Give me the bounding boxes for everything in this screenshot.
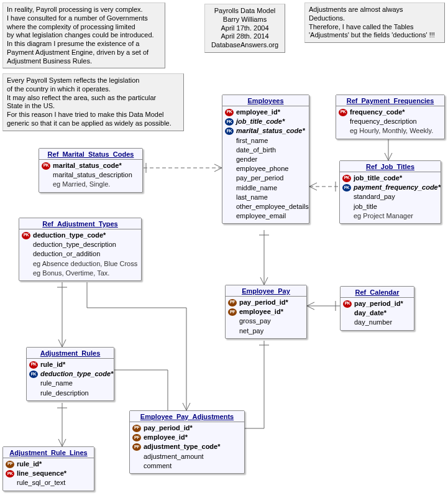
attribute-row: FKpayment_frequency_code*	[342, 183, 438, 192]
no-key-icon	[339, 118, 347, 126]
fk-key-icon: FK	[342, 184, 351, 192]
attribute-row: marital_status_description	[42, 170, 140, 180]
attribute-name: employee_id*	[239, 308, 283, 316]
attribute-name: net_pay	[239, 327, 263, 335]
attribute-row: rule_sql_or_text	[6, 478, 91, 487]
entity-ref-calendar[interactable]: Ref_Calendar PKpay_period_id*day_date*da…	[340, 286, 414, 331]
no-key-icon	[225, 137, 234, 144]
attribute-name: job_title_code*	[354, 174, 402, 182]
no-key-icon	[42, 181, 50, 188]
attribute-row: PKfrequency_code*	[339, 108, 442, 117]
note-line: Every Payroll System reflects the legisl…	[7, 76, 180, 85]
attribute-row: day_date*	[343, 308, 411, 318]
attribute-row: PFpay_period_id*	[228, 298, 304, 307]
attribute-row: eg Married, Single.	[42, 180, 140, 189]
attribute-name: rule_name	[40, 379, 73, 387]
attribute-row: gender	[225, 155, 306, 164]
attribute-row: eg Project Manager	[342, 211, 438, 221]
entity-employees[interactable]: Employees PKemployee_id*FKjob_title_code…	[222, 95, 309, 224]
note-reality: In reality, Payroll processing is very c…	[2, 2, 165, 68]
no-key-icon	[22, 251, 30, 258]
fk-key-icon: FK	[225, 127, 234, 135]
pf-key-icon: PF	[228, 299, 237, 307]
attribute-row: gross_pay	[228, 316, 304, 326]
attribute-name: middle_name	[236, 184, 277, 192]
attribute-row: FKmarital_status_code*	[225, 126, 306, 136]
entity-attrs: PKemployee_id*FKjob_title_code*FKmarital…	[222, 106, 309, 223]
entity-ref-job-titles[interactable]: Ref_Job_Titles PKjob_title_code*FKpaymen…	[339, 160, 441, 224]
no-key-icon	[342, 193, 351, 201]
attribute-name: frequency_description	[350, 118, 417, 126]
pk-key-icon: PK	[343, 300, 352, 308]
attribute-row: PFpay_period_id*	[132, 423, 242, 433]
no-key-icon	[225, 184, 234, 192]
no-key-icon	[342, 212, 351, 219]
entity-ref-marital-status-codes[interactable]: Ref_Marital_Status_Codes PKmarital_statu…	[39, 148, 143, 193]
no-key-icon	[228, 327, 237, 335]
attribute-name: adjustment_amount	[144, 453, 204, 461]
attribute-name: pay_per_period	[236, 174, 283, 182]
note-line: April 17th. 2004	[209, 24, 281, 33]
attribute-name: payment_frequency_code*	[354, 183, 441, 192]
attribute-row: last_name	[225, 193, 306, 202]
pf-key-icon: PF	[132, 443, 141, 451]
attribute-name: pay_period_id*	[239, 298, 288, 307]
entity-attrs: PKpay_period_id*day_date*day_number	[341, 298, 414, 330]
entity-employee-pay[interactable]: Employee_Pay PFpay_period_id*PFemployee_…	[225, 285, 307, 339]
attribute-row: PKjob_title_code*	[342, 173, 438, 183]
pk-key-icon: PK	[342, 175, 351, 182]
attribute-name: standard_pay	[354, 193, 395, 201]
attribute-row: deduction_or_addition	[22, 249, 139, 259]
note-line: DatabaseAnswers.org	[209, 41, 281, 50]
note-header: Payrolls Data Model Barry Williams April…	[204, 4, 285, 53]
entity-attrs: PKdeduction_type_code*deduction_type_des…	[19, 229, 141, 280]
note-line: generic so that it can be applied as wid…	[7, 119, 180, 128]
attribute-row: eg Bonus, Overtime, Tax.	[22, 269, 139, 278]
attribute-row: employee_email	[225, 211, 306, 221]
attribute-name: eg Bonus, Overtime, Tax.	[33, 269, 109, 277]
entity-title: Ref_Job_Titles	[340, 161, 441, 172]
no-key-icon	[42, 172, 50, 179]
entity-title: Ref_Marital_Status_Codes	[39, 149, 142, 160]
entity-ref-adjustment-types[interactable]: Ref_Adjustment_Types PKdeduction_type_co…	[19, 218, 142, 281]
entity-title: Ref_Calendar	[341, 287, 414, 298]
no-key-icon	[22, 269, 30, 277]
pf-key-icon: PF	[228, 308, 237, 316]
no-key-icon	[22, 241, 30, 249]
attribute-name: first_name	[236, 137, 268, 145]
attribute-name: eg Hourly, Monthly, Weekly.	[350, 127, 433, 135]
no-key-icon	[225, 193, 234, 201]
attribute-row: job_title	[342, 202, 438, 211]
no-key-icon	[342, 203, 351, 210]
no-key-icon	[225, 146, 234, 154]
no-key-icon	[343, 319, 352, 326]
attribute-name: deduction_type_code*	[33, 231, 106, 239]
attribute-row: PFrule_id*	[6, 459, 91, 469]
note-line: Payment Adjustment Engine, driven by a s…	[7, 48, 161, 57]
attribute-row: deduction_type_description	[22, 240, 139, 249]
attribute-row: FKjob_title_code*	[225, 117, 306, 126]
attribute-name: date_of_birth	[236, 146, 276, 154]
attribute-name: rule_description	[40, 389, 89, 397]
no-key-icon	[132, 462, 141, 469]
entity-adjustment-rules[interactable]: Adjustment_Rules PKrule_id*FKdeduction_t…	[26, 347, 114, 401]
pk-key-icon: PK	[29, 361, 38, 369]
entity-title: Adjustment_Rule_Lines	[3, 447, 94, 458]
attribute-row: PKrule_id*	[29, 360, 111, 369]
entity-adjustment-rule-lines[interactable]: Adjustment_Rule_Lines PFrule_id*PKline_s…	[2, 446, 94, 491]
attribute-name: job_title_code*	[236, 118, 285, 126]
attribute-name: gender	[236, 155, 257, 164]
entity-attrs: PKrule_id*FKdeduction_type_code*rule_nam…	[27, 359, 114, 400]
no-key-icon	[29, 380, 38, 387]
attribute-name: frequency_code*	[350, 108, 405, 116]
attribute-name: rule_sql_or_text	[17, 479, 65, 487]
attribute-row: comment	[132, 461, 242, 471]
attribute-row: frequency_description	[339, 117, 442, 126]
entity-employee-pay-adjustments[interactable]: Employee_Pay_Adjustments PFpay_period_id…	[129, 410, 245, 474]
no-key-icon	[225, 165, 234, 173]
entity-ref-payment-frequencies[interactable]: Ref_Payment_Frequencies PKfrequency_code…	[336, 95, 445, 139]
attribute-row: PKline_sequence*	[6, 469, 91, 478]
attribute-row: PKpay_period_id*	[343, 299, 411, 308]
attribute-row: middle_name	[225, 183, 306, 193]
no-key-icon	[6, 479, 14, 487]
